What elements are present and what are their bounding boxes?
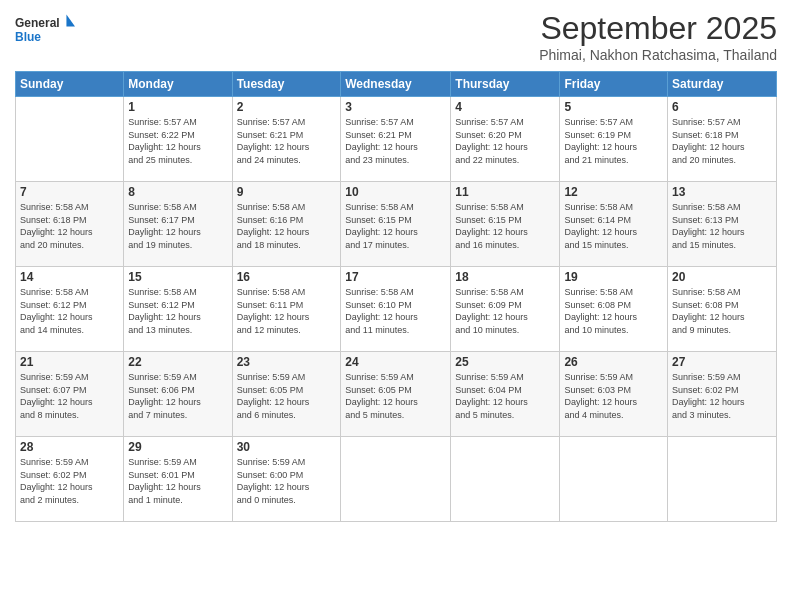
day-cell: 9Sunrise: 5:58 AM Sunset: 6:16 PM Daylig… (232, 182, 341, 267)
day-cell: 18Sunrise: 5:58 AM Sunset: 6:09 PM Dayli… (451, 267, 560, 352)
day-number: 13 (672, 185, 772, 199)
day-number: 25 (455, 355, 555, 369)
day-cell: 22Sunrise: 5:59 AM Sunset: 6:06 PM Dayli… (124, 352, 232, 437)
month-title: September 2025 (539, 10, 777, 47)
day-info: Sunrise: 5:59 AM Sunset: 6:07 PM Dayligh… (20, 371, 119, 421)
day-info: Sunrise: 5:58 AM Sunset: 6:13 PM Dayligh… (672, 201, 772, 251)
day-number: 20 (672, 270, 772, 284)
day-number: 5 (564, 100, 663, 114)
day-number: 30 (237, 440, 337, 454)
logo: General Blue (15, 10, 75, 50)
day-number: 23 (237, 355, 337, 369)
day-cell: 4Sunrise: 5:57 AM Sunset: 6:20 PM Daylig… (451, 97, 560, 182)
day-cell: 25Sunrise: 5:59 AM Sunset: 6:04 PM Dayli… (451, 352, 560, 437)
day-number: 6 (672, 100, 772, 114)
day-info: Sunrise: 5:57 AM Sunset: 6:19 PM Dayligh… (564, 116, 663, 166)
day-info: Sunrise: 5:58 AM Sunset: 6:08 PM Dayligh… (672, 286, 772, 336)
col-monday: Monday (124, 72, 232, 97)
day-number: 10 (345, 185, 446, 199)
week-row-2: 7Sunrise: 5:58 AM Sunset: 6:18 PM Daylig… (16, 182, 777, 267)
day-cell: 7Sunrise: 5:58 AM Sunset: 6:18 PM Daylig… (16, 182, 124, 267)
day-info: Sunrise: 5:59 AM Sunset: 6:01 PM Dayligh… (128, 456, 227, 506)
day-info: Sunrise: 5:57 AM Sunset: 6:21 PM Dayligh… (345, 116, 446, 166)
day-cell: 11Sunrise: 5:58 AM Sunset: 6:15 PM Dayli… (451, 182, 560, 267)
day-number: 8 (128, 185, 227, 199)
day-cell: 3Sunrise: 5:57 AM Sunset: 6:21 PM Daylig… (341, 97, 451, 182)
day-info: Sunrise: 5:59 AM Sunset: 6:06 PM Dayligh… (128, 371, 227, 421)
day-number: 3 (345, 100, 446, 114)
calendar: Sunday Monday Tuesday Wednesday Thursday… (15, 71, 777, 522)
day-cell (341, 437, 451, 522)
col-saturday: Saturday (668, 72, 777, 97)
day-number: 11 (455, 185, 555, 199)
day-cell: 5Sunrise: 5:57 AM Sunset: 6:19 PM Daylig… (560, 97, 668, 182)
day-cell: 30Sunrise: 5:59 AM Sunset: 6:00 PM Dayli… (232, 437, 341, 522)
svg-marker-2 (66, 15, 75, 27)
day-number: 19 (564, 270, 663, 284)
day-number: 17 (345, 270, 446, 284)
col-sunday: Sunday (16, 72, 124, 97)
day-info: Sunrise: 5:59 AM Sunset: 6:05 PM Dayligh… (345, 371, 446, 421)
day-info: Sunrise: 5:59 AM Sunset: 6:02 PM Dayligh… (672, 371, 772, 421)
day-number: 12 (564, 185, 663, 199)
day-number: 26 (564, 355, 663, 369)
day-info: Sunrise: 5:58 AM Sunset: 6:16 PM Dayligh… (237, 201, 337, 251)
day-cell: 8Sunrise: 5:58 AM Sunset: 6:17 PM Daylig… (124, 182, 232, 267)
day-info: Sunrise: 5:57 AM Sunset: 6:21 PM Dayligh… (237, 116, 337, 166)
day-cell: 6Sunrise: 5:57 AM Sunset: 6:18 PM Daylig… (668, 97, 777, 182)
day-info: Sunrise: 5:58 AM Sunset: 6:09 PM Dayligh… (455, 286, 555, 336)
col-thursday: Thursday (451, 72, 560, 97)
day-cell (668, 437, 777, 522)
col-wednesday: Wednesday (341, 72, 451, 97)
day-number: 16 (237, 270, 337, 284)
week-row-3: 14Sunrise: 5:58 AM Sunset: 6:12 PM Dayli… (16, 267, 777, 352)
day-info: Sunrise: 5:57 AM Sunset: 6:18 PM Dayligh… (672, 116, 772, 166)
day-info: Sunrise: 5:57 AM Sunset: 6:20 PM Dayligh… (455, 116, 555, 166)
day-number: 9 (237, 185, 337, 199)
day-info: Sunrise: 5:59 AM Sunset: 6:05 PM Dayligh… (237, 371, 337, 421)
day-cell: 29Sunrise: 5:59 AM Sunset: 6:01 PM Dayli… (124, 437, 232, 522)
week-row-4: 21Sunrise: 5:59 AM Sunset: 6:07 PM Dayli… (16, 352, 777, 437)
day-cell: 24Sunrise: 5:59 AM Sunset: 6:05 PM Dayli… (341, 352, 451, 437)
day-cell: 19Sunrise: 5:58 AM Sunset: 6:08 PM Dayli… (560, 267, 668, 352)
day-info: Sunrise: 5:59 AM Sunset: 6:04 PM Dayligh… (455, 371, 555, 421)
day-cell (16, 97, 124, 182)
day-number: 18 (455, 270, 555, 284)
day-info: Sunrise: 5:58 AM Sunset: 6:12 PM Dayligh… (128, 286, 227, 336)
day-cell: 23Sunrise: 5:59 AM Sunset: 6:05 PM Dayli… (232, 352, 341, 437)
week-row-1: 1Sunrise: 5:57 AM Sunset: 6:22 PM Daylig… (16, 97, 777, 182)
col-friday: Friday (560, 72, 668, 97)
day-info: Sunrise: 5:58 AM Sunset: 6:14 PM Dayligh… (564, 201, 663, 251)
day-cell: 20Sunrise: 5:58 AM Sunset: 6:08 PM Dayli… (668, 267, 777, 352)
day-number: 21 (20, 355, 119, 369)
header: General Blue September 2025 Phimai, Nakh… (15, 10, 777, 63)
day-cell: 10Sunrise: 5:58 AM Sunset: 6:15 PM Dayli… (341, 182, 451, 267)
day-cell: 2Sunrise: 5:57 AM Sunset: 6:21 PM Daylig… (232, 97, 341, 182)
page: General Blue September 2025 Phimai, Nakh… (0, 0, 792, 612)
day-cell: 28Sunrise: 5:59 AM Sunset: 6:02 PM Dayli… (16, 437, 124, 522)
day-number: 7 (20, 185, 119, 199)
day-info: Sunrise: 5:59 AM Sunset: 6:00 PM Dayligh… (237, 456, 337, 506)
day-cell: 13Sunrise: 5:58 AM Sunset: 6:13 PM Dayli… (668, 182, 777, 267)
day-cell: 17Sunrise: 5:58 AM Sunset: 6:10 PM Dayli… (341, 267, 451, 352)
day-info: Sunrise: 5:58 AM Sunset: 6:18 PM Dayligh… (20, 201, 119, 251)
day-cell: 12Sunrise: 5:58 AM Sunset: 6:14 PM Dayli… (560, 182, 668, 267)
day-cell: 14Sunrise: 5:58 AM Sunset: 6:12 PM Dayli… (16, 267, 124, 352)
day-info: Sunrise: 5:58 AM Sunset: 6:15 PM Dayligh… (455, 201, 555, 251)
day-info: Sunrise: 5:58 AM Sunset: 6:12 PM Dayligh… (20, 286, 119, 336)
svg-text:General: General (15, 16, 60, 30)
day-info: Sunrise: 5:58 AM Sunset: 6:15 PM Dayligh… (345, 201, 446, 251)
day-info: Sunrise: 5:58 AM Sunset: 6:10 PM Dayligh… (345, 286, 446, 336)
day-info: Sunrise: 5:59 AM Sunset: 6:02 PM Dayligh… (20, 456, 119, 506)
day-number: 24 (345, 355, 446, 369)
day-info: Sunrise: 5:57 AM Sunset: 6:22 PM Dayligh… (128, 116, 227, 166)
day-cell: 1Sunrise: 5:57 AM Sunset: 6:22 PM Daylig… (124, 97, 232, 182)
day-number: 22 (128, 355, 227, 369)
day-info: Sunrise: 5:58 AM Sunset: 6:17 PM Dayligh… (128, 201, 227, 251)
day-number: 28 (20, 440, 119, 454)
day-number: 2 (237, 100, 337, 114)
logo-icon: General Blue (15, 10, 75, 50)
col-tuesday: Tuesday (232, 72, 341, 97)
day-number: 27 (672, 355, 772, 369)
day-number: 29 (128, 440, 227, 454)
